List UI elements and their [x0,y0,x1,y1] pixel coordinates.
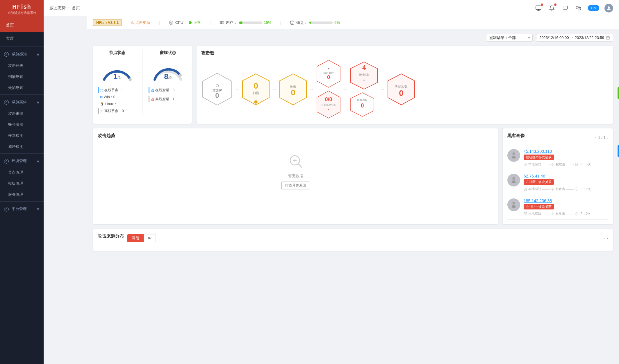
svg-rect-87 [526,214,527,215]
pagination-prev[interactable]: ‹ [595,135,596,140]
node-gauge-info: 在线节点：1 ⊞ Win：0 🐧 Linux：1 [98,86,137,115]
warning-icon: ⚠ [131,20,134,25]
cn-language-btn[interactable]: CN [588,5,599,11]
monitor-badge [541,3,543,6]
attack-source-card: 攻击来源分布 网段 IP ⋯ [93,229,613,251]
chevron-up-icon: ∧ [37,52,40,56]
sidebar-section-env-manage[interactable]: ⊙ 环境管理 ∧ [0,155,44,167]
cpu-status: CPU： 正常 [169,20,201,25]
pagination-next[interactable]: › [607,135,609,140]
hacker-ip-3[interactable]: 185.142.236.38 [524,198,609,203]
attack-trend-card: 攻击趋势 ⋯ 暂无数据 排查具体原因 [93,128,498,224]
svg-rect-69 [526,163,527,164]
filter-row: 蜜罐场景：全部 2023/12/16 00:00 → 2023/12/22 23… [93,34,613,42]
attack-trend-more-btn[interactable]: ⋯ [488,135,493,141]
update-btn[interactable]: ⚠ 点击更新 [131,20,150,25]
honeypot-offline-row: 离线蜜罐：1 [149,96,188,102]
hacker-profile-card: 黑客画像 ‹ 1 / 1 › 45.143.200.110 在社区中多次捕获 [503,128,613,224]
date-range-value: 2023/12/16 00:00 → 2023/12/22 23:59 [539,35,604,40]
no-data-icon [288,154,303,171]
check-reason-btn[interactable]: 排查具体原因 [281,182,310,189]
threat-entity-icon: ⊙ [4,100,9,105]
svg-rect-29 [153,98,154,99]
memory-progress [239,21,262,24]
node-offline-row: 离线节点：0 [98,108,137,114]
sep1: | [159,20,160,25]
version-badge: HFish V3.3.1 [93,19,122,26]
sidebar-item-node-manage[interactable]: 节点管理 [0,167,44,178]
sidebar-item-account[interactable]: 账号资源 [0,119,44,130]
sidebar-section-platform[interactable]: ⊙ 平台管理 ∨ [0,203,44,215]
node-linux-row: 🐧 Linux：1 [98,101,137,107]
date-range-picker[interactable]: 2023/12/16 00:00 → 2023/12/22 23:59 [536,34,613,42]
svg-rect-70 [524,165,525,166]
scene-select[interactable]: 蜜罐场景：全部 [486,34,533,42]
hacker-avatar-1 [507,149,520,162]
svg-text:0: 0 [327,74,330,80]
sidebar-item-threat-detect[interactable]: 威胁检测 [0,141,44,152]
svg-rect-78 [524,189,525,191]
svg-rect-67 [512,156,515,158]
hacker-tag-1: 在社区中多次捕获 [524,155,554,160]
transfer-hex-svg: 样本传输 0 [349,92,375,117]
sidebar-item-home[interactable]: 首页 [0,19,44,32]
sidebar-section-threat-perception[interactable]: ⊙ 威胁感知 ∧ [0,48,44,60]
svg-point-15 [290,21,294,22]
chat-icon[interactable] [561,4,569,12]
svg-rect-30 [151,100,152,101]
hacker-avatar-3 [507,198,520,211]
hacker-chain-3: 本地感知 ——› 被攻击 ——› IP：0次 [524,211,609,216]
hacker-info-1: 45.143.200.110 在社区中多次捕获 本地感知 ——› 被攻击 ——›… [524,149,609,166]
attack-ip-hex-svg: ⬡ 攻击IP 0 [201,72,233,107]
sidebar-item-attack-source[interactable]: 攻击来源 [0,108,44,119]
hacker-chain-1: 本地感知 ——› 被攻击 ——› IP：0次 [524,162,609,166]
svg-text:0/0: 0/0 [325,96,332,102]
svg-text:蜜饵总数: 蜜饵总数 [359,73,369,76]
hacker-item: 62.76.41.46 在社区中多次捕获 本地感知 ——› 被攻击 ——› IP… [507,170,609,195]
svg-point-3 [578,7,579,9]
user-avatar[interactable] [604,4,613,12]
svg-rect-85 [526,212,527,214]
svg-rect-11 [220,21,224,24]
settings-icon[interactable] [575,4,583,12]
node-gauge: 1/1 [100,58,135,84]
svg-point-23 [179,74,182,77]
sidebar-item-template[interactable]: 模板管理 [0,178,44,189]
monitor-icon[interactable] [534,4,543,12]
topbar-right: CN [534,4,613,12]
attack-source-title: 攻击来源分布 [98,234,124,239]
sidebar-section-threat-entity[interactable]: ⊙ 威胁实体 ∧ [0,96,44,108]
svg-text:▶: ▶ [328,67,330,70]
svg-text:4: 4 [362,64,366,71]
svg-rect-71 [526,165,527,166]
svg-rect-6 [171,22,172,23]
tab-segment[interactable]: 网段 [127,234,144,242]
sidebar-item-bigscreen[interactable]: 大屏 [0,32,44,45]
hacker-tag-2: 在社区中多次捕获 [524,179,554,185]
tab-ip[interactable]: IP [144,234,156,242]
fail-hex-svg: 失陷次数 0 [387,73,416,106]
breadcrumb-separator: › [68,6,69,10]
sidebar-item-service[interactable]: 服务管理 [0,189,44,200]
sidebar-item-sample[interactable]: 样本检测 [0,130,44,141]
node-honeypot-card: 节点状态 1/1 [93,46,192,124]
sidebar-item-breach[interactable]: 失陷感知 [0,82,44,93]
sidebar-item-attack-list[interactable]: 攻击列表 [0,60,44,71]
hacker-ip-1[interactable]: 45.143.200.110 [524,149,609,154]
hacker-ip-2[interactable]: 62.76.41.46 [524,174,609,178]
svg-rect-83 [512,205,515,208]
hacker-profile-header: 黑客画像 ‹ 1 / 1 › [507,133,609,142]
hacker-info-2: 62.76.41.46 在社区中多次捕获 本地感知 ——› 被攻击 ——› IP… [524,174,609,191]
hacker-info-3: 185.142.236.38 在社区中多次捕获 本地感知 ——› 被攻击 ——›… [524,198,609,216]
svg-rect-86 [524,214,525,215]
bell-icon[interactable] [548,4,556,12]
svg-point-21 [101,90,102,91]
attack-trend-title: 攻击趋势 [98,133,115,139]
card-divider [142,50,143,115]
svg-text:0: 0 [254,81,258,90]
sidebar-item-scan[interactable]: 扫描感知 [0,71,44,82]
svg-text:0: 0 [291,88,295,97]
attack-source-more-btn[interactable]: ⋯ [603,235,609,241]
svg-rect-25 [153,89,154,90]
status-bar: HFish V3.3.1 ⚠ 点击更新 | CPU： 正常 | 内存： 15% … [87,16,619,29]
